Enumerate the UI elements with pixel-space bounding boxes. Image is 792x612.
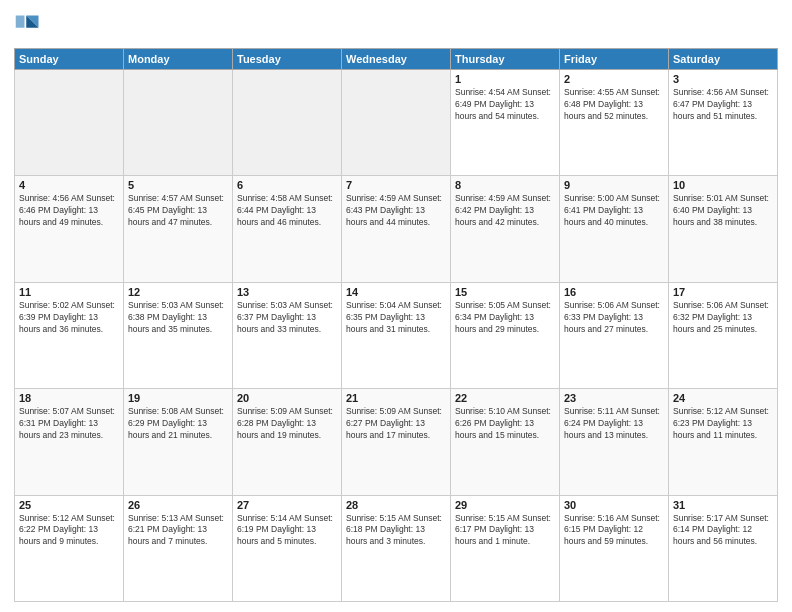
day-number: 24: [673, 392, 773, 404]
weekday-header-tuesday: Tuesday: [233, 49, 342, 70]
calendar-cell: 7Sunrise: 4:59 AM Sunset: 6:43 PM Daylig…: [342, 176, 451, 282]
weekday-header-row: SundayMondayTuesdayWednesdayThursdayFrid…: [15, 49, 778, 70]
day-info: Sunrise: 4:59 AM Sunset: 6:42 PM Dayligh…: [455, 193, 555, 229]
weekday-header-thursday: Thursday: [451, 49, 560, 70]
day-number: 20: [237, 392, 337, 404]
day-info: Sunrise: 5:08 AM Sunset: 6:29 PM Dayligh…: [128, 406, 228, 442]
calendar-cell: 28Sunrise: 5:15 AM Sunset: 6:18 PM Dayli…: [342, 495, 451, 601]
week-row-4: 18Sunrise: 5:07 AM Sunset: 6:31 PM Dayli…: [15, 389, 778, 495]
logo: [14, 12, 46, 40]
day-number: 3: [673, 73, 773, 85]
calendar-cell: 31Sunrise: 5:17 AM Sunset: 6:14 PM Dayli…: [669, 495, 778, 601]
calendar-cell: [15, 70, 124, 176]
day-info: Sunrise: 5:17 AM Sunset: 6:14 PM Dayligh…: [673, 513, 773, 549]
day-number: 9: [564, 179, 664, 191]
day-info: Sunrise: 4:54 AM Sunset: 6:49 PM Dayligh…: [455, 87, 555, 123]
calendar-cell: 8Sunrise: 4:59 AM Sunset: 6:42 PM Daylig…: [451, 176, 560, 282]
day-number: 1: [455, 73, 555, 85]
day-info: Sunrise: 5:10 AM Sunset: 6:26 PM Dayligh…: [455, 406, 555, 442]
day-number: 6: [237, 179, 337, 191]
week-row-1: 1Sunrise: 4:54 AM Sunset: 6:49 PM Daylig…: [15, 70, 778, 176]
day-number: 30: [564, 499, 664, 511]
day-number: 14: [346, 286, 446, 298]
day-info: Sunrise: 5:01 AM Sunset: 6:40 PM Dayligh…: [673, 193, 773, 229]
day-info: Sunrise: 5:02 AM Sunset: 6:39 PM Dayligh…: [19, 300, 119, 336]
calendar-cell: 21Sunrise: 5:09 AM Sunset: 6:27 PM Dayli…: [342, 389, 451, 495]
calendar: SundayMondayTuesdayWednesdayThursdayFrid…: [14, 48, 778, 602]
day-info: Sunrise: 5:16 AM Sunset: 6:15 PM Dayligh…: [564, 513, 664, 549]
day-info: Sunrise: 5:03 AM Sunset: 6:38 PM Dayligh…: [128, 300, 228, 336]
calendar-cell: 17Sunrise: 5:06 AM Sunset: 6:32 PM Dayli…: [669, 282, 778, 388]
day-info: Sunrise: 5:06 AM Sunset: 6:32 PM Dayligh…: [673, 300, 773, 336]
calendar-cell: 9Sunrise: 5:00 AM Sunset: 6:41 PM Daylig…: [560, 176, 669, 282]
day-number: 13: [237, 286, 337, 298]
weekday-header-friday: Friday: [560, 49, 669, 70]
calendar-cell: 22Sunrise: 5:10 AM Sunset: 6:26 PM Dayli…: [451, 389, 560, 495]
day-info: Sunrise: 5:12 AM Sunset: 6:23 PM Dayligh…: [673, 406, 773, 442]
day-number: 2: [564, 73, 664, 85]
day-info: Sunrise: 5:13 AM Sunset: 6:21 PM Dayligh…: [128, 513, 228, 549]
page: SundayMondayTuesdayWednesdayThursdayFrid…: [0, 0, 792, 612]
day-number: 28: [346, 499, 446, 511]
calendar-cell: 26Sunrise: 5:13 AM Sunset: 6:21 PM Dayli…: [124, 495, 233, 601]
calendar-cell: 27Sunrise: 5:14 AM Sunset: 6:19 PM Dayli…: [233, 495, 342, 601]
calendar-cell: [233, 70, 342, 176]
day-number: 29: [455, 499, 555, 511]
day-number: 27: [237, 499, 337, 511]
calendar-cell: 20Sunrise: 5:09 AM Sunset: 6:28 PM Dayli…: [233, 389, 342, 495]
calendar-cell: 12Sunrise: 5:03 AM Sunset: 6:38 PM Dayli…: [124, 282, 233, 388]
day-info: Sunrise: 5:09 AM Sunset: 6:27 PM Dayligh…: [346, 406, 446, 442]
day-number: 19: [128, 392, 228, 404]
day-number: 16: [564, 286, 664, 298]
weekday-header-wednesday: Wednesday: [342, 49, 451, 70]
calendar-cell: [342, 70, 451, 176]
day-info: Sunrise: 5:15 AM Sunset: 6:18 PM Dayligh…: [346, 513, 446, 549]
weekday-header-monday: Monday: [124, 49, 233, 70]
calendar-cell: 30Sunrise: 5:16 AM Sunset: 6:15 PM Dayli…: [560, 495, 669, 601]
day-number: 10: [673, 179, 773, 191]
day-info: Sunrise: 5:00 AM Sunset: 6:41 PM Dayligh…: [564, 193, 664, 229]
day-number: 18: [19, 392, 119, 404]
day-number: 8: [455, 179, 555, 191]
calendar-cell: 15Sunrise: 5:05 AM Sunset: 6:34 PM Dayli…: [451, 282, 560, 388]
day-info: Sunrise: 4:59 AM Sunset: 6:43 PM Dayligh…: [346, 193, 446, 229]
day-info: Sunrise: 5:03 AM Sunset: 6:37 PM Dayligh…: [237, 300, 337, 336]
day-number: 23: [564, 392, 664, 404]
calendar-cell: 1Sunrise: 4:54 AM Sunset: 6:49 PM Daylig…: [451, 70, 560, 176]
day-info: Sunrise: 4:56 AM Sunset: 6:47 PM Dayligh…: [673, 87, 773, 123]
day-info: Sunrise: 4:56 AM Sunset: 6:46 PM Dayligh…: [19, 193, 119, 229]
day-number: 31: [673, 499, 773, 511]
day-number: 5: [128, 179, 228, 191]
day-info: Sunrise: 5:14 AM Sunset: 6:19 PM Dayligh…: [237, 513, 337, 549]
calendar-cell: 23Sunrise: 5:11 AM Sunset: 6:24 PM Dayli…: [560, 389, 669, 495]
calendar-cell: [124, 70, 233, 176]
weekday-header-sunday: Sunday: [15, 49, 124, 70]
calendar-cell: 18Sunrise: 5:07 AM Sunset: 6:31 PM Dayli…: [15, 389, 124, 495]
day-number: 25: [19, 499, 119, 511]
calendar-cell: 11Sunrise: 5:02 AM Sunset: 6:39 PM Dayli…: [15, 282, 124, 388]
calendar-cell: 6Sunrise: 4:58 AM Sunset: 6:44 PM Daylig…: [233, 176, 342, 282]
day-number: 7: [346, 179, 446, 191]
day-info: Sunrise: 5:06 AM Sunset: 6:33 PM Dayligh…: [564, 300, 664, 336]
day-number: 26: [128, 499, 228, 511]
day-info: Sunrise: 5:05 AM Sunset: 6:34 PM Dayligh…: [455, 300, 555, 336]
calendar-cell: 10Sunrise: 5:01 AM Sunset: 6:40 PM Dayli…: [669, 176, 778, 282]
header: [14, 12, 778, 40]
logo-icon: [14, 12, 42, 40]
calendar-cell: 13Sunrise: 5:03 AM Sunset: 6:37 PM Dayli…: [233, 282, 342, 388]
day-info: Sunrise: 5:09 AM Sunset: 6:28 PM Dayligh…: [237, 406, 337, 442]
day-number: 21: [346, 392, 446, 404]
day-info: Sunrise: 5:11 AM Sunset: 6:24 PM Dayligh…: [564, 406, 664, 442]
calendar-cell: 3Sunrise: 4:56 AM Sunset: 6:47 PM Daylig…: [669, 70, 778, 176]
week-row-2: 4Sunrise: 4:56 AM Sunset: 6:46 PM Daylig…: [15, 176, 778, 282]
day-info: Sunrise: 5:04 AM Sunset: 6:35 PM Dayligh…: [346, 300, 446, 336]
calendar-cell: 4Sunrise: 4:56 AM Sunset: 6:46 PM Daylig…: [15, 176, 124, 282]
weekday-header-saturday: Saturday: [669, 49, 778, 70]
day-info: Sunrise: 4:57 AM Sunset: 6:45 PM Dayligh…: [128, 193, 228, 229]
calendar-cell: 5Sunrise: 4:57 AM Sunset: 6:45 PM Daylig…: [124, 176, 233, 282]
week-row-3: 11Sunrise: 5:02 AM Sunset: 6:39 PM Dayli…: [15, 282, 778, 388]
day-info: Sunrise: 5:12 AM Sunset: 6:22 PM Dayligh…: [19, 513, 119, 549]
day-info: Sunrise: 5:15 AM Sunset: 6:17 PM Dayligh…: [455, 513, 555, 549]
day-number: 4: [19, 179, 119, 191]
svg-rect-3: [16, 16, 25, 28]
